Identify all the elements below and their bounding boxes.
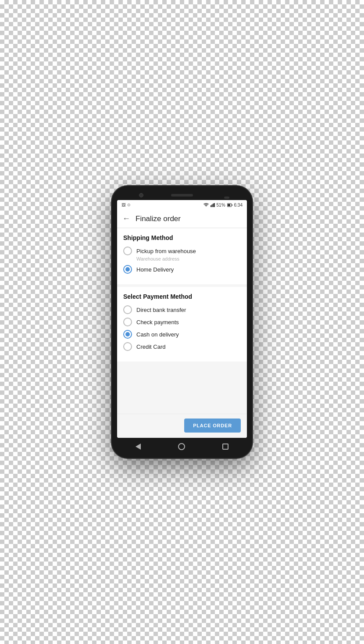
phone-nav-bar — [117, 440, 247, 453]
bank-transfer-label: Direct bank transfer — [136, 307, 186, 313]
cash-delivery-option[interactable]: Cash on delivery — [123, 330, 241, 339]
payment-card: Select Payment Method Direct bank transf… — [117, 287, 247, 361]
bank-transfer-radio[interactable] — [123, 305, 132, 314]
credit-card-label: Credit Card — [136, 343, 165, 350]
svg-rect-1 — [211, 204, 212, 207]
svg-rect-0 — [211, 205, 211, 207]
back-button[interactable]: ← — [122, 214, 130, 223]
phone-camera — [139, 193, 143, 197]
home-delivery-label: Home Delivery — [136, 266, 174, 273]
credit-card-radio[interactable] — [123, 342, 132, 351]
circle-status-icon: ⊙ — [127, 203, 131, 207]
cash-delivery-radio[interactable] — [123, 330, 132, 339]
app-bar: ← Finalize order — [117, 210, 247, 228]
warehouse-address-sublabel: Warehouse address — [136, 256, 241, 261]
pickup-option[interactable]: Pickup from warehouse — [123, 247, 241, 255]
pickup-label: Pickup from warehouse — [136, 248, 196, 254]
check-payments-radio[interactable] — [123, 318, 132, 326]
nav-back-icon — [136, 444, 141, 450]
credit-card-option[interactable]: Credit Card — [123, 342, 241, 351]
image-status-icon: 🖼 — [121, 203, 125, 207]
bottom-action-bar: PLACE ORDER — [117, 414, 247, 438]
phone-speaker — [171, 194, 193, 197]
screen-content: Shipping Method Pickup from warehouse Wa… — [117, 228, 247, 414]
wifi-icon — [203, 203, 209, 207]
nav-home-button[interactable] — [178, 443, 185, 450]
shipping-card: Shipping Method Pickup from warehouse Wa… — [117, 228, 247, 284]
status-right-info: 51% 6:34 — [203, 203, 243, 208]
status-bar: 🖼 ⊙ 51% — [117, 200, 247, 210]
content-spacer — [117, 364, 247, 414]
svg-rect-5 — [228, 204, 230, 206]
cash-delivery-label: Cash on delivery — [136, 331, 179, 338]
svg-rect-2 — [213, 204, 214, 207]
phone-screen: 🖼 ⊙ 51% — [117, 200, 247, 438]
bank-transfer-option[interactable]: Direct bank transfer — [123, 305, 241, 314]
page-title: Finalize order — [136, 215, 181, 223]
payment-section-title: Select Payment Method — [123, 293, 241, 300]
home-delivery-radio[interactable] — [123, 265, 132, 274]
time-display: 6:34 — [234, 203, 243, 208]
nav-recent-button[interactable] — [222, 444, 228, 450]
nav-back-button[interactable] — [136, 444, 141, 450]
svg-rect-6 — [232, 204, 232, 206]
signal-icon — [211, 203, 215, 207]
battery-icon — [227, 203, 232, 207]
svg-rect-3 — [214, 203, 215, 207]
place-order-button[interactable]: PLACE ORDER — [184, 419, 241, 433]
phone-front-button — [224, 197, 229, 199]
pickup-radio[interactable] — [123, 247, 132, 255]
home-delivery-option[interactable]: Home Delivery — [123, 265, 241, 274]
check-payments-option[interactable]: Check payments — [123, 318, 241, 326]
battery-text: 51% — [217, 203, 225, 208]
phone-top-bar — [117, 191, 247, 200]
status-left-icons: 🖼 ⊙ — [121, 203, 131, 207]
phone-device: 🖼 ⊙ 51% — [112, 186, 252, 458]
nav-recent-icon — [222, 444, 228, 450]
check-payments-label: Check payments — [136, 319, 179, 326]
shipping-section-title: Shipping Method — [123, 234, 241, 241]
nav-home-icon — [178, 443, 185, 450]
